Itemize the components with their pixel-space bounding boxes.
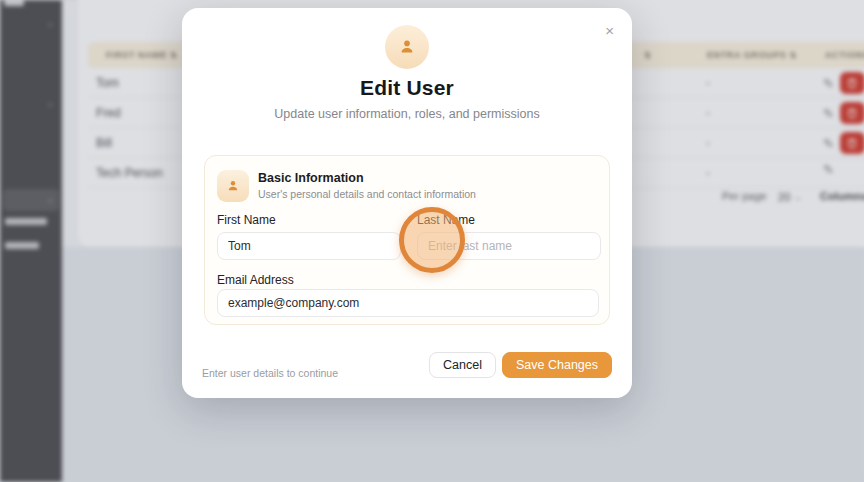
- save-changes-button[interactable]: Save Changes: [502, 352, 612, 378]
- section-subtitle: User's personal details and contact info…: [258, 188, 476, 200]
- dialog-subtitle: Update user information, roles, and perm…: [182, 107, 632, 121]
- first-name-field[interactable]: [217, 232, 401, 260]
- footer-hint: Enter user details to continue: [202, 367, 338, 379]
- click-indicator: [399, 207, 465, 273]
- cancel-button[interactable]: Cancel: [429, 352, 496, 378]
- first-name-label: First Name: [217, 213, 276, 227]
- edit-user-dialog: × Edit User Update user information, rol…: [182, 8, 632, 398]
- close-icon[interactable]: ×: [601, 18, 618, 43]
- user-icon: [226, 179, 240, 193]
- avatar: [385, 25, 429, 69]
- section-title: Basic Information: [258, 171, 364, 185]
- page-title: Edit User: [182, 76, 632, 100]
- footer-buttons: Cancel Save Changes: [429, 352, 612, 378]
- user-icon: [398, 38, 416, 56]
- email-label: Email Address: [217, 273, 294, 287]
- section-user-icon-badge: [217, 170, 249, 202]
- email-field[interactable]: [217, 289, 599, 317]
